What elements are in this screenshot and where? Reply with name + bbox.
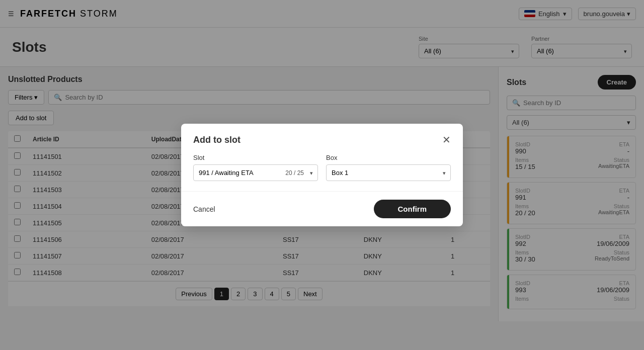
box-select[interactable]: Box 1 xyxy=(326,164,451,181)
slot-field: Slot 991 / Awaiting ETA 20 / 25 ▾ xyxy=(193,154,318,181)
modal-footer: Cancel Confirm xyxy=(181,191,463,226)
add-to-slot-modal: Add to slot ✕ Slot 991 / Awaiting ETA 20… xyxy=(181,124,463,226)
modal-header: Add to slot ✕ xyxy=(181,124,463,154)
modal-close-button[interactable]: ✕ xyxy=(442,134,451,146)
box-field: Box Box 1 ▾ xyxy=(326,154,451,181)
modal-title: Add to slot xyxy=(193,135,240,145)
box-select-wrap: Box 1 ▾ xyxy=(326,164,451,181)
cancel-button[interactable]: Cancel xyxy=(193,205,215,213)
modal-body: Slot 991 / Awaiting ETA 20 / 25 ▾ Box Bo… xyxy=(181,154,463,191)
slot-count-badge: 20 / 25 xyxy=(285,169,304,177)
slot-select-wrap: 991 / Awaiting ETA 20 / 25 ▾ xyxy=(193,164,318,181)
modal-overlay: Add to slot ✕ Slot 991 / Awaiting ETA 20… xyxy=(0,0,644,321)
box-label: Box xyxy=(326,154,451,161)
slot-label: Slot xyxy=(193,154,318,161)
confirm-button[interactable]: Confirm xyxy=(374,200,451,218)
